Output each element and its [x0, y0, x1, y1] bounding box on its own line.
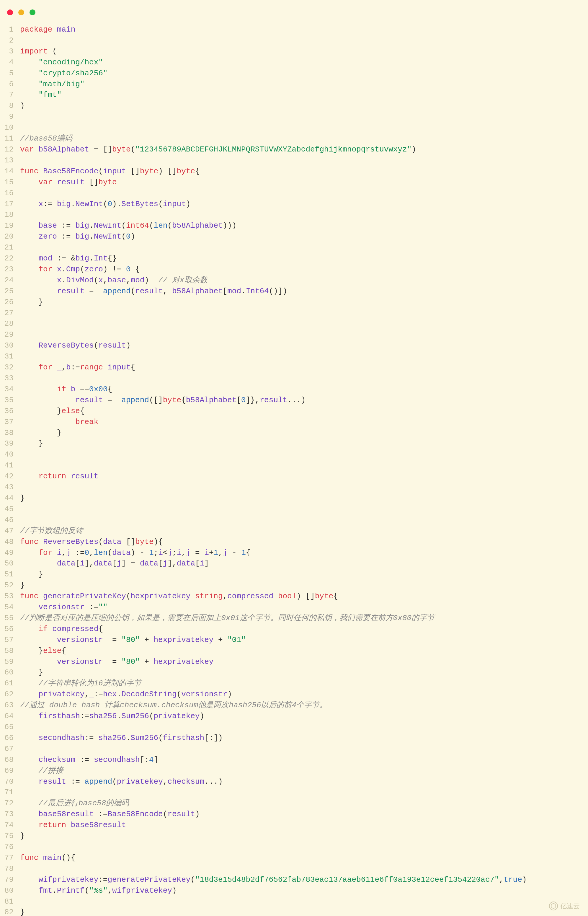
code-line: //字节数组的反转 — [20, 526, 583, 537]
code-line: //base58编码 — [20, 133, 583, 144]
code-line: versionstr = "80" + hexprivatekey + "01" — [20, 634, 583, 646]
code-line: var result []byte — [20, 177, 583, 188]
line-number: 74 — [4, 820, 20, 831]
code-line — [20, 318, 583, 329]
code-line: firsthash:=sha256.Sum256(privatekey) — [20, 711, 583, 722]
line-number: 5 — [4, 68, 20, 79]
line-number: 32 — [4, 362, 20, 373]
line-number: 13 — [4, 155, 20, 166]
line-number: 59 — [4, 656, 20, 667]
line-number: 3 — [4, 46, 20, 57]
line-number: 20 — [4, 231, 20, 242]
line-number: 28 — [4, 318, 20, 329]
line-number: 36 — [4, 406, 20, 417]
code-line: x.DivMod(x,base,mod) // 对x取余数 — [20, 275, 583, 286]
code-line: result := append(privatekey,checksum...) — [20, 776, 583, 787]
code-line — [20, 504, 583, 515]
watermark: 亿速云 — [549, 901, 580, 911]
line-number: 30 — [4, 340, 20, 351]
line-number: 44 — [4, 493, 20, 504]
code-line — [20, 373, 583, 384]
code-line: //最后进行base58的编码 — [20, 798, 583, 809]
code-line: for i,j :=0,len(data) - 1;i<j;i,j = i+1,… — [20, 547, 583, 558]
code-line — [20, 863, 583, 874]
code-line — [20, 787, 583, 798]
line-number: 41 — [4, 460, 20, 471]
code-block-container: 1package main2 3import (4 "encoding/hex"… — [0, 0, 588, 916]
line-number: 14 — [4, 166, 20, 177]
code-line: x:= big.NewInt(0).SetBytes(input) — [20, 199, 583, 210]
line-number: 58 — [4, 646, 20, 656]
code-line: if compressed{ — [20, 624, 583, 634]
code-line — [20, 744, 583, 754]
code-line — [20, 35, 583, 46]
line-number: 10 — [4, 122, 20, 133]
code-line: import ( — [20, 46, 583, 57]
code-line — [20, 482, 583, 493]
line-number: 45 — [4, 504, 20, 515]
line-number: 47 — [4, 526, 20, 537]
line-number: 12 — [4, 144, 20, 155]
line-number: 16 — [4, 188, 20, 199]
line-number: 71 — [4, 787, 20, 798]
line-number: 69 — [4, 765, 20, 776]
line-number: 54 — [4, 602, 20, 613]
line-number: 72 — [4, 798, 20, 809]
code-line — [20, 449, 583, 460]
watermark-logo-icon — [549, 901, 558, 910]
code-listing: 1package main2 3import (4 "encoding/hex"… — [4, 24, 583, 916]
line-number: 51 — [4, 569, 20, 580]
code-line: return base58result — [20, 820, 583, 831]
line-number: 82 — [4, 907, 20, 916]
line-number: 33 — [4, 373, 20, 384]
line-number: 48 — [4, 537, 20, 547]
code-line: wifprivatekey:=generatePrivateKey("18d3e… — [20, 874, 583, 885]
code-line: func Base58Encode(input []byte) []byte{ — [20, 166, 583, 177]
code-line — [20, 842, 583, 853]
line-number: 22 — [4, 253, 20, 264]
code-line: versionstr :="" — [20, 602, 583, 613]
line-number: 73 — [4, 809, 20, 820]
line-number: 17 — [4, 199, 20, 210]
code-line: base58result :=Base58Encode(result) — [20, 809, 583, 820]
line-number: 34 — [4, 384, 20, 395]
line-number: 4 — [4, 57, 20, 68]
code-line: var b58Alphabet = []byte("123456789ABCDE… — [20, 144, 583, 155]
line-number: 7 — [4, 89, 20, 100]
line-number: 77 — [4, 853, 20, 863]
line-number: 37 — [4, 417, 20, 427]
code-line: func ReverseBytes(data []byte){ — [20, 537, 583, 547]
code-line — [20, 329, 583, 340]
line-number: 21 — [4, 242, 20, 253]
code-line: ReverseBytes(result) — [20, 340, 583, 351]
code-line: func main(){ — [20, 853, 583, 863]
code-line — [20, 515, 583, 526]
line-number: 6 — [4, 79, 20, 90]
line-number: 25 — [4, 286, 20, 297]
code-line — [20, 242, 583, 253]
code-line — [20, 209, 583, 220]
line-number: 19 — [4, 220, 20, 231]
line-number: 24 — [4, 275, 20, 286]
code-line: } — [20, 831, 583, 842]
line-number: 80 — [4, 885, 20, 896]
line-number: 52 — [4, 580, 20, 591]
code-line: }else{ — [20, 406, 583, 417]
line-number: 31 — [4, 351, 20, 362]
code-line: "math/big" — [20, 79, 583, 90]
code-line: //拼接 — [20, 765, 583, 776]
line-number: 66 — [4, 733, 20, 744]
code-line: for x.Cmp(zero) != 0 { — [20, 264, 583, 275]
code-line: } — [20, 493, 583, 504]
code-line: result = append([]byte{b58Alphabet[0]},r… — [20, 395, 583, 406]
line-number: 78 — [4, 863, 20, 874]
code-line — [20, 111, 583, 122]
code-line: secondhash:= sha256.Sum256(firsthash[:]) — [20, 733, 583, 744]
line-number: 49 — [4, 547, 20, 558]
code-line: "fmt" — [20, 89, 583, 100]
line-number: 1 — [4, 24, 20, 35]
line-number: 50 — [4, 558, 20, 569]
code-line — [20, 188, 583, 199]
line-number: 26 — [4, 297, 20, 308]
line-number: 79 — [4, 874, 20, 885]
